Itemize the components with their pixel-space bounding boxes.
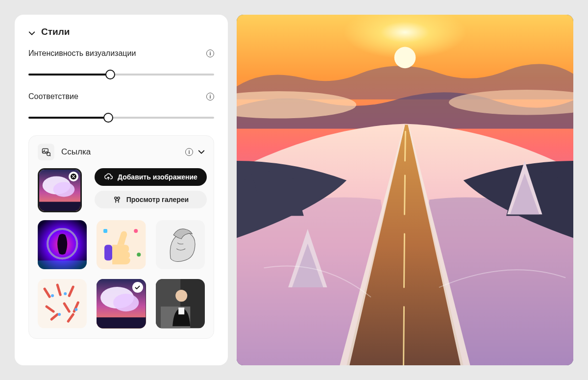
svg-rect-20 <box>38 279 87 328</box>
remove-reference-button[interactable] <box>69 172 78 181</box>
reference-icon <box>38 144 54 160</box>
svg-point-24 <box>58 313 61 316</box>
match-slider[interactable] <box>28 112 214 124</box>
reference-panel: Ссылка i <box>28 135 214 339</box>
intensity-slider[interactable] <box>28 69 214 80</box>
svg-line-41 <box>404 307 404 365</box>
svg-point-5 <box>53 182 75 197</box>
uploaded-reference-thumb[interactable] <box>38 168 82 212</box>
styles-panel: Стили Интенсивность визуализации i Соотв… <box>15 15 228 365</box>
generated-image-preview <box>237 15 573 365</box>
style-tile-3d-thumbs-up[interactable] <box>97 220 146 269</box>
match-label: Соответствие <box>28 92 78 101</box>
svg-point-32 <box>175 290 187 302</box>
reference-header[interactable]: Ссылка i <box>38 144 205 160</box>
reference-title: Ссылка <box>61 147 178 157</box>
styles-section-title: Стили <box>41 26 70 37</box>
browse-gallery-button[interactable]: Просмотр галереи <box>95 191 207 208</box>
style-tile-confetti-hands[interactable] <box>38 279 87 328</box>
svg-point-2 <box>47 152 50 156</box>
svg-point-16 <box>134 229 138 233</box>
svg-point-1 <box>44 150 45 151</box>
style-grid <box>38 220 205 329</box>
chevron-down-icon <box>28 28 35 35</box>
intensity-label: Интенсивность визуализации <box>28 49 136 58</box>
info-icon[interactable]: i <box>206 93 214 101</box>
svg-point-18 <box>137 253 141 256</box>
browse-gallery-label: Просмотр галереи <box>126 196 189 203</box>
svg-line-40 <box>404 234 405 287</box>
add-image-button[interactable]: Добавить изображение <box>95 168 207 186</box>
svg-point-27 <box>113 294 139 311</box>
svg-point-21 <box>51 294 54 297</box>
check-icon <box>132 282 143 293</box>
svg-point-37 <box>394 47 416 69</box>
svg-line-39 <box>405 176 405 214</box>
svg-rect-15 <box>104 245 112 260</box>
match-row: Соответствие i <box>28 92 214 101</box>
svg-line-38 <box>405 131 406 161</box>
svg-point-22 <box>64 292 67 295</box>
svg-rect-6 <box>39 202 80 211</box>
svg-rect-17 <box>103 229 107 233</box>
info-icon[interactable]: i <box>206 50 214 57</box>
style-tile-marble-sketch[interactable] <box>156 220 205 269</box>
info-icon[interactable]: i <box>185 148 193 156</box>
intensity-row: Интенсивность визуализации i <box>28 49 214 58</box>
style-tile-studio-portrait[interactable] <box>156 279 205 328</box>
svg-point-23 <box>74 308 77 311</box>
svg-rect-28 <box>97 318 146 329</box>
add-image-label: Добавить изображение <box>118 173 197 181</box>
style-tile-neon-portal[interactable] <box>38 220 87 269</box>
chevron-down-icon[interactable] <box>198 149 205 155</box>
style-tile-pink-clouds[interactable] <box>97 279 146 328</box>
styles-section-header[interactable]: Стили <box>28 26 214 37</box>
svg-rect-13 <box>38 260 87 269</box>
